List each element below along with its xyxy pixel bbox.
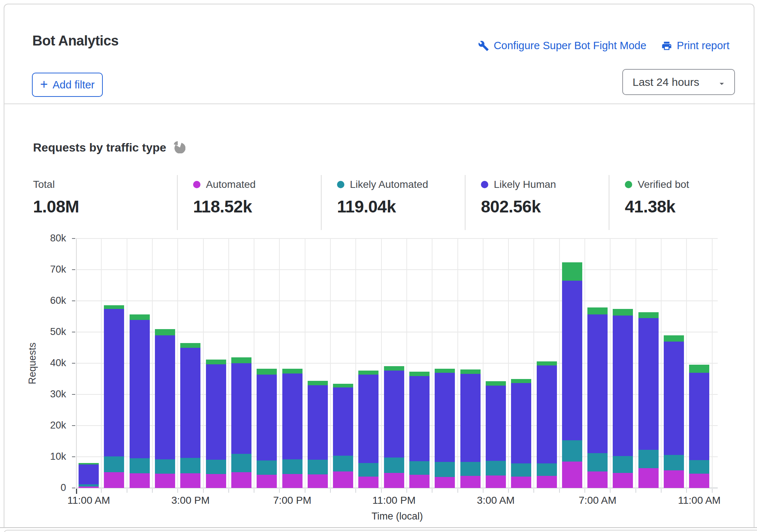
chart-bar[interactable]	[613, 309, 633, 488]
x-grid-line	[533, 238, 534, 488]
chart-bar[interactable]	[562, 262, 582, 488]
x-axis-tick	[432, 489, 432, 493]
bar-segment-likely-automated	[587, 453, 608, 471]
bar-segment-likely-human	[486, 386, 506, 461]
bar-segment-likely-automated	[282, 459, 303, 474]
chart-bar[interactable]	[180, 343, 200, 488]
y-axis-tick	[72, 363, 75, 364]
bar-segment-likely-automated	[257, 460, 277, 475]
bar-segment-verified-bot	[308, 381, 328, 385]
chart-bar[interactable]	[638, 312, 659, 488]
x-grid-line	[381, 238, 382, 488]
chart-bar[interactable]	[435, 369, 455, 488]
x-grid-line	[483, 238, 483, 488]
x-grid-line	[610, 238, 611, 488]
bar-segment-automated	[460, 476, 481, 488]
bar-segment-likely-human	[638, 318, 659, 450]
chart-bar[interactable]	[130, 314, 150, 488]
bar-segment-likely-automated	[384, 458, 404, 473]
bar-segment-verified-bot	[130, 314, 150, 320]
chart-bar[interactable]	[282, 369, 303, 488]
bar-segment-verified-bot	[587, 307, 608, 314]
bar-segment-verified-bot	[511, 379, 531, 383]
bar-segment-likely-automated	[155, 459, 175, 474]
chart-bar[interactable]	[537, 361, 557, 488]
bar-segment-likely-human	[664, 342, 684, 455]
bar-segment-likely-automated	[104, 456, 124, 472]
x-axis-title: Time (local)	[353, 511, 441, 522]
bar-segment-verified-bot	[613, 309, 633, 316]
bar-segment-verified-bot	[231, 357, 251, 363]
bar-segment-likely-human	[282, 374, 303, 459]
bar-segment-likely-automated	[206, 460, 226, 474]
bar-segment-verified-bot	[257, 369, 277, 374]
chart-bar[interactable]	[358, 371, 378, 488]
bar-segment-verified-bot	[562, 262, 582, 281]
chart-bar[interactable]	[486, 381, 506, 488]
bar-segment-automated	[130, 473, 150, 488]
x-axis-tick	[483, 489, 483, 493]
x-tick-label: 11:00 PM	[354, 495, 434, 506]
bar-segment-automated	[409, 475, 430, 488]
bar-segment-likely-automated	[562, 440, 582, 462]
chart-bar[interactable]	[79, 463, 99, 488]
x-grid-line	[635, 238, 636, 488]
x-grid-line	[279, 238, 280, 488]
y-tick-label: 80k	[37, 233, 66, 244]
chart-bar[interactable]	[664, 335, 684, 488]
x-grid-line	[686, 238, 687, 488]
bar-segment-automated	[638, 468, 659, 488]
x-axis-tick	[127, 489, 127, 493]
chart-bar[interactable]	[231, 357, 251, 488]
chart-bar[interactable]	[308, 381, 328, 488]
chart-bar[interactable]	[155, 329, 175, 488]
bar-segment-automated	[358, 477, 378, 488]
chart-bar[interactable]	[384, 366, 404, 488]
bar-segment-automated	[613, 473, 633, 488]
x-tick-label: 7:00 PM	[252, 495, 333, 506]
bar-segment-automated	[689, 474, 709, 488]
bar-segment-likely-automated	[689, 460, 709, 474]
bar-segment-likely-automated	[613, 456, 633, 473]
y-grid-line	[76, 269, 718, 270]
bar-segment-likely-human	[130, 320, 150, 458]
bar-segment-likely-automated	[511, 463, 531, 477]
next-card-stub	[4, 530, 757, 532]
bar-segment-likely-human	[308, 385, 328, 460]
chart-bar[interactable]	[511, 379, 531, 488]
x-axis-tick	[661, 489, 662, 493]
chart-bar[interactable]	[587, 307, 608, 488]
bar-segment-verified-bot	[384, 366, 404, 371]
chart-bar[interactable]	[257, 369, 277, 488]
y-axis-tick	[72, 394, 75, 395]
bar-segment-likely-human	[587, 314, 608, 453]
bar-segment-verified-bot	[689, 365, 709, 373]
bar-segment-verified-bot	[282, 369, 303, 374]
x-axis-tick	[355, 489, 356, 493]
x-axis-tick	[457, 489, 458, 493]
chart-bar[interactable]	[460, 369, 481, 488]
chart-bar[interactable]	[206, 360, 226, 488]
x-grid-line	[457, 238, 458, 488]
y-tick-label: 50k	[37, 326, 66, 338]
chart-bar[interactable]	[104, 305, 124, 488]
x-axis-tick	[279, 489, 280, 493]
bar-segment-automated	[333, 471, 353, 488]
bar-segment-likely-human	[180, 348, 200, 458]
y-axis-tick	[72, 300, 75, 301]
bar-segment-likely-human	[333, 387, 353, 455]
chart-bar[interactable]	[333, 384, 353, 488]
x-grid-line	[355, 238, 356, 488]
bar-segment-likely-automated	[308, 460, 328, 474]
x-axis-tick	[610, 489, 611, 493]
x-tick-label: 11:00 AM	[659, 495, 740, 506]
x-axis-tick	[254, 489, 254, 493]
y-grid-line	[76, 238, 718, 239]
chart-bar[interactable]	[409, 372, 430, 488]
chart-bar[interactable]	[689, 365, 709, 488]
bar-segment-likely-human	[511, 383, 531, 463]
x-grid-line	[127, 238, 127, 488]
y-tick-label: 10k	[37, 451, 66, 462]
bar-segment-likely-automated	[130, 458, 150, 473]
bar-segment-automated	[282, 474, 303, 488]
